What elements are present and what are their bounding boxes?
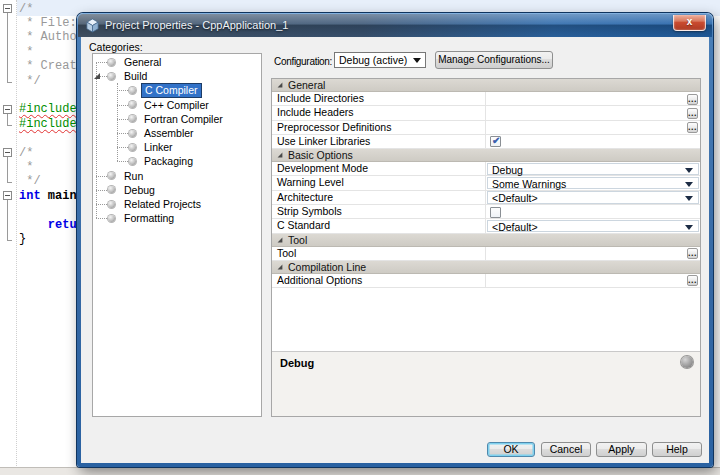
chevron-down-icon [685,182,693,187]
property-value-cell[interactable]: ... [486,92,700,105]
dialog-titlebar[interactable]: Project Properties - CppApplication_1 x [78,14,712,37]
ellipsis-button[interactable]: ... [687,122,698,133]
tree-item-label: Debug [121,183,158,197]
category-sphere-icon [129,158,136,165]
property-row-include-headers: Include Headers... [272,106,700,120]
category-sphere-icon [129,101,136,108]
tree-item-build[interactable]: Build [93,69,261,83]
help-panel-title: Debug [280,357,314,369]
section-title: Tool [288,234,307,246]
category-sphere-icon [108,201,115,208]
property-value-cell[interactable]: ✔ [486,135,700,148]
ok-button[interactable]: OK [487,442,535,457]
tree-item-run[interactable]: Run [93,169,261,183]
section-header-tool[interactable]: Tool [272,234,700,247]
code-line: /* [19,2,33,16]
section-header-general[interactable]: General [272,79,700,92]
tree-item-label: Linker [141,140,176,154]
manage-configurations-button[interactable]: Manage Configurations... [435,51,553,69]
tree-connector-stub [96,218,107,219]
close-button[interactable]: x [673,15,706,31]
property-help-panel: Debug [272,351,700,416]
property-value-cell[interactable]: Some Warnings [486,176,700,189]
property-value-cell[interactable] [486,205,700,218]
section-title: Basic Options [288,149,353,161]
property-combobox[interactable]: Debug [487,163,699,175]
tree-item-linker[interactable]: Linker [93,140,261,154]
property-label: Strip Symbols [272,205,486,218]
ellipsis-button[interactable]: ... [687,248,698,259]
category-sphere-icon [129,144,136,151]
tree-connector-stub [96,190,107,191]
tree-expanded-icon[interactable] [94,73,100,79]
property-label: Warning Level [272,176,486,189]
property-value-cell[interactable]: <Default> [486,219,700,232]
tree-item-packaging[interactable]: Packaging [93,154,261,168]
tree-item-label: Fortran Compiler [141,112,226,126]
property-combobox[interactable]: Some Warnings [487,177,699,189]
code-line: #include [19,102,77,116]
ellipsis-button[interactable]: ... [687,108,698,119]
fold-toggle-icon[interactable] [3,148,12,157]
dialog-title: Project Properties - CppApplication_1 [105,14,288,37]
section-header-compilation-line[interactable]: Compilation Line [272,261,700,274]
checkbox-unchecked[interactable] [490,207,501,218]
section-collapse-icon[interactable] [278,83,283,88]
section-collapse-icon[interactable] [278,265,283,270]
ellipsis-button[interactable]: ... [687,275,698,286]
cancel-button[interactable]: Cancel [541,442,591,457]
fold-toggle-icon[interactable] [3,4,12,13]
property-combobox-value: <Default> [492,192,538,204]
category-sphere-icon [129,87,136,94]
property-value-cell[interactable]: ... [486,247,700,260]
tree-item-assembler[interactable]: Assembler [93,126,261,140]
ellipsis-button[interactable]: ... [687,94,698,105]
property-value-cell[interactable]: ... [486,121,700,134]
section-collapse-icon[interactable] [278,237,283,242]
category-sphere-icon [108,215,115,222]
property-value-cell[interactable]: ... [486,274,700,287]
tree-item-label: Related Projects [121,197,204,211]
tree-item-label: Formatting [121,211,177,225]
tree-connector-stub [117,133,128,134]
tree-item-c-compiler[interactable]: C++ Compiler [93,98,261,112]
tree-item-label: Build [121,69,150,83]
category-sphere-icon [108,73,115,80]
tree-item-label: Assembler [141,126,197,140]
checkbox-checked[interactable]: ✔ [490,136,501,147]
dialog-cube-icon [85,18,100,33]
property-label: Development Mode [272,162,486,175]
property-value-cell[interactable]: <Default> [486,191,700,204]
property-value-cell[interactable]: Debug [486,162,700,175]
property-combobox[interactable]: <Default> [487,191,699,203]
tree-item-label: Run [121,169,146,183]
section-title: General [288,79,325,91]
property-row-c-standard: C Standard<Default> [272,219,700,233]
tree-item-c-compiler[interactable]: C Compiler [93,83,261,97]
code-line: * File: [19,16,77,30]
tree-item-formatting[interactable]: Formatting [93,211,261,225]
help-button[interactable]: Help [652,442,702,457]
property-value-cell[interactable]: ... [486,106,700,119]
fold-toggle-icon[interactable] [3,105,12,114]
fold-toggle-icon[interactable] [3,191,12,200]
tree-item-fortran-compiler[interactable]: Fortran Compiler [93,112,261,126]
configuration-combobox[interactable]: Debug (active) [334,52,426,68]
tree-item-general[interactable]: General [93,55,261,69]
project-properties-dialog: Project Properties - CppApplication_1 x … [77,13,713,467]
section-collapse-icon[interactable] [278,153,283,158]
fold-guide-line [7,157,8,182]
fold-guide-end [7,125,12,126]
property-row-architecture: Architecture<Default> [272,191,700,205]
tree-item-related-projects[interactable]: Related Projects [93,197,261,211]
section-title: Compilation Line [288,261,366,273]
fold-guide-line [7,114,8,125]
help-orb-icon[interactable] [681,356,693,368]
tree-item-debug[interactable]: Debug [93,183,261,197]
property-combobox[interactable]: <Default> [487,220,699,232]
tree-connector-stub [117,161,128,162]
property-row-additional-options: Additional Options... [272,274,700,288]
chevron-down-icon [685,225,693,230]
section-header-basic-options[interactable]: Basic Options [272,149,700,162]
apply-button[interactable]: Apply [596,442,647,457]
